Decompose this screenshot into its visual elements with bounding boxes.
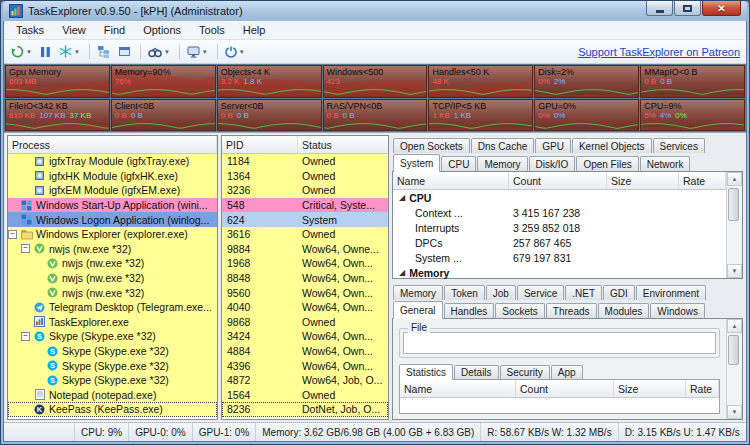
expand-triangle-icon[interactable]: ◢ <box>399 268 405 277</box>
status-column-header[interactable]: Status <box>298 136 388 153</box>
close-button[interactable]: ✕ <box>702 1 741 16</box>
pid-status-row[interactable]: 3424Wow64, Own... <box>222 329 388 344</box>
process-row[interactable]: −SSkype (Skype.exe *32) <box>8 329 217 344</box>
process-row[interactable]: Telegram Desktop (Telegram.exe... <box>8 300 217 315</box>
scroll-down-icon[interactable]: ▼ <box>727 405 742 419</box>
pid-status-row[interactable]: 8848Wow64, Own... <box>222 271 388 286</box>
system-monitor-button[interactable]: ▼ <box>184 40 211 64</box>
graph-gpu-memory[interactable]: Gpu Memory603 MB <box>5 65 110 98</box>
tab-general[interactable]: General <box>393 301 443 319</box>
process-row[interactable]: Windows Start-Up Application (wini... <box>8 198 217 213</box>
tab-services[interactable]: Services <box>653 138 705 153</box>
expand-triangle-icon[interactable]: ◢ <box>399 193 405 202</box>
tab-modules[interactable]: Modules <box>598 303 650 318</box>
system-table-row[interactable]: System ...679 197 831 <box>393 250 726 265</box>
tab-system[interactable]: System <box>393 154 440 172</box>
tab-threads[interactable]: Threads <box>546 303 597 318</box>
tab-net[interactable]: .NET <box>565 285 602 300</box>
system-table-row[interactable]: ◢Memory <box>393 265 726 280</box>
graph-handles-50-k[interactable]: Handles<50 K48 K <box>428 65 533 98</box>
refresh-button[interactable]: ▼ <box>8 40 35 64</box>
pid-status-row[interactable]: 4396Wow64, Own... <box>222 358 388 373</box>
graph-memory-90[interactable]: Memory=90%76% <box>111 65 216 98</box>
column-header-count[interactable]: Count <box>509 172 607 189</box>
column-header-rate[interactable]: Rate <box>686 380 719 397</box>
patreon-link[interactable]: Support TaskExplorer on Patreon <box>578 46 740 58</box>
freeze-button[interactable]: ▼ <box>56 40 83 64</box>
graph-fileio-342-kb[interactable]: FileIO<342 KB810 KB107 KB37 KB <box>5 99 110 132</box>
column-header-rate[interactable]: Rate <box>679 172 726 189</box>
power-options-button[interactable]: ▼ <box>222 40 248 64</box>
tab-details[interactable]: Details <box>454 365 499 379</box>
tab-statistics[interactable]: Statistics <box>399 364 453 380</box>
pid-status-row[interactable]: 624System <box>222 212 388 227</box>
scrollbar-thumb[interactable] <box>728 335 739 365</box>
title-bar[interactable]: TaskExplorer v0.9.50 - [kPH] (Administra… <box>3 1 747 21</box>
pid-column-header[interactable]: PID <box>222 136 298 153</box>
system-table-row[interactable]: DPCs257 867 465 <box>393 235 726 250</box>
scrollbar-track[interactable] <box>727 333 742 405</box>
window-finder-button[interactable] <box>115 40 134 64</box>
find-handles-button[interactable]: ▼ <box>145 40 173 64</box>
scrollbar-track[interactable] <box>727 186 742 264</box>
tab-handles[interactable]: Handles <box>444 303 495 318</box>
tab-network[interactable]: Network <box>640 156 691 171</box>
tab-open-sockets[interactable]: Open Sockets <box>393 138 470 153</box>
graph-cpu-9[interactable]: CPU=9%5%4%0% <box>640 99 745 132</box>
tab-app[interactable]: App <box>551 365 583 379</box>
tab-security[interactable]: Security <box>500 365 550 379</box>
pid-status-row[interactable]: 9560Wow64, Own... <box>222 285 388 300</box>
tab-gdi[interactable]: GDI <box>603 285 635 300</box>
tab-disk-io[interactable]: Disk/IO <box>529 156 576 171</box>
pid-status-row[interactable]: 4884Wow64, Own... <box>222 344 388 359</box>
process-row[interactable]: SSkype (Skype.exe *32) <box>8 373 217 388</box>
file-info-box[interactable] <box>403 332 716 354</box>
process-row[interactable]: −nwjs (nw.exe *32) <box>8 242 217 257</box>
tab-job[interactable]: Job <box>486 285 516 300</box>
tab-token[interactable]: Token <box>444 285 485 300</box>
process-row[interactable]: nwjs (nw.exe *32) <box>8 256 217 271</box>
tab-kernel-objects[interactable]: Kernel Objects <box>572 138 652 153</box>
menu-tasks[interactable]: Tasks <box>7 22 53 38</box>
process-row[interactable]: Windows Logon Application (winlog... <box>8 212 217 227</box>
scrollbar-thumb[interactable] <box>728 188 739 221</box>
pid-status-row[interactable]: 1184Owned <box>222 154 388 169</box>
menu-tools[interactable]: Tools <box>190 22 234 38</box>
tab-dns-cache[interactable]: Dns Cache <box>471 138 534 153</box>
menu-view[interactable]: View <box>53 22 95 38</box>
pid-status-row[interactable]: 4040Wow64, Own... <box>222 300 388 315</box>
scroll-down-icon[interactable]: ▼ <box>727 264 742 278</box>
process-row[interactable]: Notepad (notepad.exe) <box>8 388 217 403</box>
pause-button[interactable] <box>37 40 54 64</box>
pid-status-row[interactable]: 3236Owned <box>222 183 388 198</box>
graph-windows-500[interactable]: Windows<500423 <box>323 65 428 98</box>
column-header-size[interactable]: Size <box>614 380 686 397</box>
graph-ras-vpn-0b[interactable]: RAS/VPN<0B0 B0 B <box>323 99 428 132</box>
column-header-size[interactable]: Size <box>607 172 679 189</box>
tab-open-files[interactable]: Open Files <box>576 156 638 171</box>
scroll-up-icon[interactable]: ▲ <box>727 319 742 333</box>
graph-objects-4-k[interactable]: Objects<4 K3.2 K1.8 K <box>217 65 322 98</box>
system-table-row[interactable]: Context ...3 415 167 238 <box>393 205 726 220</box>
pid-status-row[interactable]: 1364Owned <box>222 169 388 184</box>
graph-mmapio-0-b[interactable]: MMapIO<0 B0 B0 B <box>640 65 745 98</box>
process-row[interactable]: igfxTray Module (igfxTray.exe) <box>8 154 217 169</box>
pid-status-row[interactable]: 548Critical, Syste... <box>222 198 388 213</box>
process-row[interactable]: −Windows Explorer (explorer.exe) <box>8 227 217 242</box>
pid-status-row[interactable]: 8236DotNet, Job, O... <box>222 402 388 417</box>
general-tab-scrollbar[interactable]: ▲▼ <box>726 319 742 419</box>
tab-sockets[interactable]: Sockets <box>495 303 545 318</box>
process-row[interactable]: SSkype (Skype.exe *32) <box>8 344 217 359</box>
process-column-header[interactable]: Process <box>8 136 217 153</box>
column-header-name[interactable]: Name <box>400 380 516 397</box>
graph-gpu-0[interactable]: GPU=0%0%0% <box>534 99 639 132</box>
pid-status-row[interactable]: 4872Wow64, Job, O... <box>222 373 388 388</box>
maximize-button[interactable] <box>674 1 701 16</box>
menu-options[interactable]: Options <box>134 22 190 38</box>
graph-client-0b[interactable]: Client<0B0 B0 B <box>111 99 216 132</box>
tab-windows[interactable]: Windows <box>650 303 705 318</box>
process-row[interactable]: nwjs (nw.exe *32) <box>8 285 217 300</box>
expand-tree-button[interactable] <box>94 40 113 64</box>
column-header-name[interactable]: Name <box>393 172 509 189</box>
tree-expander[interactable]: − <box>21 244 30 253</box>
